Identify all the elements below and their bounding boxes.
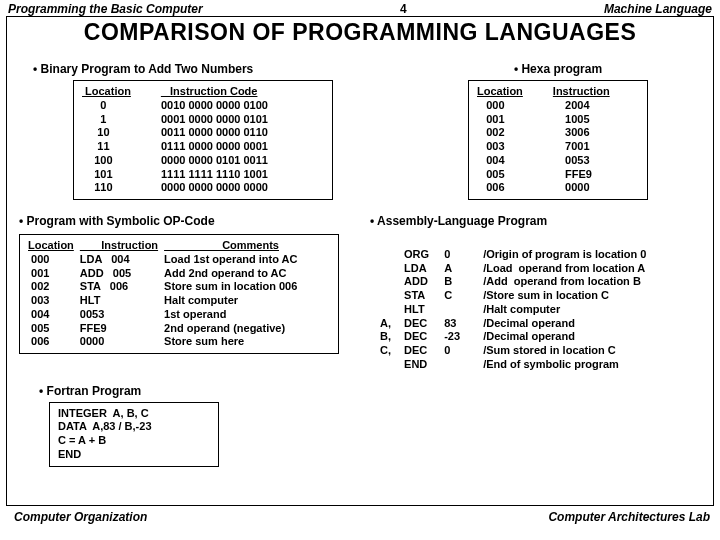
hexa-loc-col: Location 000 001 002 003 004 005 006: [477, 85, 523, 195]
main-frame: COMPARISON OF PROGRAMMING LANGUAGES Bina…: [6, 16, 714, 506]
page-title: COMPARISON OF PROGRAMMING LANGUAGES: [15, 19, 705, 46]
asm-label-col: A, B, C,: [380, 234, 394, 372]
footer-left: Computer Organization: [14, 510, 147, 524]
binary-title: Binary Program to Add Two Numbers: [33, 62, 395, 76]
symbolic-title: Program with Symbolic OP-Code: [19, 214, 360, 228]
symbolic-inst-col: Instruction LDA 004 ADD 005 STA 006 HLT …: [80, 239, 158, 349]
symbolic-com-col: Comments Load 1st operand into AC Add 2n…: [164, 239, 297, 349]
asm-op-col: ORG LDA ADD STA HLT DEC DEC DEC END: [404, 234, 432, 372]
header-left: Programming the Basic Computer: [8, 2, 203, 16]
page-number: 4: [400, 2, 407, 16]
footer-right: Computer Architectures Lab: [548, 510, 710, 524]
fortran-title: Fortran Program: [39, 384, 705, 398]
fortran-body: INTEGER A, B, C DATA A,83 / B,-23 C = A …: [49, 402, 219, 467]
header-right: Machine Language: [604, 2, 712, 16]
asm-title: Assembly-Language Program: [370, 214, 705, 228]
page-header: Programming the Basic Computer 4 Machine…: [0, 0, 720, 16]
page-footer: Computer Organization Computer Architect…: [0, 506, 720, 524]
binary-inst-col: Instruction Code 0010 0000 0000 0100 000…: [161, 85, 268, 195]
hexa-title: Hexa program: [429, 62, 687, 76]
asm-com-col: /Origin of program is location 0 /Load o…: [483, 234, 646, 372]
hexa-inst-col: Instruction 2004 1005 3006 7001 0053 FFE…: [553, 85, 610, 195]
asm-arg-col: 0 A B C 83 -23 0: [444, 234, 463, 372]
symbolic-loc-col: Location 000 001 002 003 004 005 006: [28, 239, 74, 349]
binary-loc-col: Location 0 1 10 11 100 101 110: [82, 85, 131, 195]
